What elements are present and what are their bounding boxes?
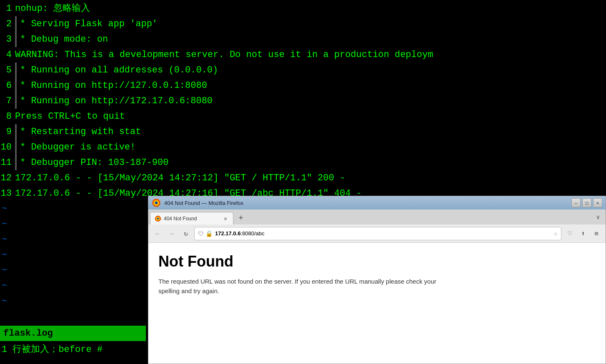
line-text: WARNING: This is a development server. D…	[15, 47, 606, 62]
shield-icon: 🛡	[198, 230, 204, 237]
terminal-line: 3* Debug mode: on	[0, 32, 606, 47]
tilde-char: ~	[2, 232, 7, 247]
tilde-char: ~	[2, 247, 7, 263]
line-number: 5	[0, 62, 12, 78]
terminal-line: 6* Running on http://127.0.0.1:8080	[0, 78, 606, 93]
titlebar-left: 404 Not Found — Mozilla Firefox	[152, 198, 243, 207]
firefox-tabbar: 404 Not Found × + ∨	[148, 209, 606, 224]
page-body-text: The requested URL was not found on the s…	[158, 277, 450, 296]
line-bar	[15, 62, 17, 78]
line-number: 7	[0, 93, 12, 109]
menu-button[interactable]: ≡	[591, 228, 602, 239]
terminal-line: 1nohup: 忽略输入	[0, 1, 606, 16]
firefox-title-text: 404 Not Found — Mozilla Firefox	[164, 200, 243, 206]
firefox-logo-icon	[152, 198, 161, 207]
line-text: * Debugger is active!	[20, 140, 606, 155]
line-text: nohup: 忽略输入	[15, 1, 606, 16]
window-close-button[interactable]: ✕	[593, 198, 602, 207]
svg-point-2	[155, 202, 158, 204]
terminal-line: 8Press CTRL+C to quit	[0, 109, 606, 124]
line-number: 1	[0, 1, 12, 16]
line-text: * Debug mode: on	[20, 32, 606, 47]
forward-button[interactable]: →	[166, 228, 178, 239]
url-bar[interactable]: 🛡 🔒 172.17.0.6:8080/abc ☆	[194, 227, 561, 240]
lock-icon: 🔒	[205, 230, 213, 237]
line-bar	[15, 140, 17, 155]
tilde-char: ~	[2, 278, 7, 294]
terminal-line: 9* Restarting with stat	[0, 124, 606, 140]
line-number: 11	[0, 155, 12, 170]
line-text: * Restarting with stat	[20, 124, 606, 140]
terminal-line: 5* Running on all addresses (0.0.0.0)	[0, 62, 606, 78]
firefox-window: 404 Not Found — Mozilla Firefox — □ ✕ 40…	[148, 196, 606, 364]
browser-tab[interactable]: 404 Not Found ×	[150, 212, 233, 224]
firefox-titlebar: 404 Not Found — Mozilla Firefox — □ ✕	[148, 196, 606, 209]
page-content: Not Found The requested URL was not foun…	[148, 243, 606, 364]
terminal-line: 4WARNING: This is a development server. …	[0, 47, 606, 62]
line-text: * Running on http://127.0.0.1:8080	[20, 78, 606, 93]
line-bar	[15, 32, 17, 47]
svg-point-5	[157, 217, 159, 219]
cmd-line-text: 1 行被加入；before #	[2, 343, 103, 355]
line-text: * Running on http://172.17.0.6:8080	[20, 93, 606, 109]
terminal-line: 10* Debugger is active!	[0, 140, 606, 155]
line-bar	[15, 93, 17, 109]
vim-status-bar: flask.log	[0, 326, 146, 341]
reload-button[interactable]: ↻	[180, 228, 192, 239]
line-text: * Debugger PIN: 103-187-900	[20, 155, 606, 170]
page-heading: Not Found	[158, 253, 596, 270]
terminal-line: 11* Debugger PIN: 103-187-900	[0, 155, 606, 170]
line-number: 12	[0, 170, 12, 186]
vim-cmd-line: 1 行被加入；before #	[0, 341, 146, 357]
line-text: * Serving Flask app 'app'	[20, 16, 606, 32]
urlbar-security-icons: 🛡 🔒	[198, 230, 213, 237]
url-port-path: :8080/abc	[240, 230, 264, 237]
url-text: 172.17.0.6:8080/abc	[215, 230, 549, 237]
tab-close-button[interactable]: ×	[222, 215, 229, 222]
line-number: 10	[0, 140, 12, 155]
tilde-char: ~	[2, 263, 7, 278]
line-number: 6	[0, 78, 12, 93]
tab-favicon-icon	[155, 215, 161, 222]
url-domain: 172.17.0.6	[215, 230, 240, 237]
tilde-char: ~	[2, 217, 7, 232]
new-tab-button[interactable]: +	[235, 211, 247, 223]
line-number: 13	[0, 186, 12, 201]
tab-expand-button[interactable]: ∨	[592, 211, 604, 223]
tilde-char: ~	[2, 201, 7, 217]
pocket-icon[interactable]: ♡	[564, 228, 576, 239]
line-number: 3	[0, 32, 12, 47]
status-bar-text: flask.log	[3, 328, 53, 339]
window-minimize-button[interactable]: —	[571, 198, 581, 207]
terminal-line: 7* Running on http://172.17.0.6:8080	[0, 93, 606, 109]
line-text: 172.17.0.6 - - [15/May/2024 14:27:12] "G…	[15, 170, 606, 186]
line-bar	[15, 124, 17, 140]
line-text: * Running on all addresses (0.0.0.0)	[20, 62, 606, 78]
line-number: 4	[0, 47, 12, 62]
firefox-navbar: ← → ↻ 🛡 🔒 172.17.0.6:8080/abc ☆ ♡ ⬆ ≡	[148, 224, 606, 243]
terminal-line: 12172.17.0.6 - - [15/May/2024 14:27:12] …	[0, 170, 606, 186]
share-icon[interactable]: ⬆	[577, 228, 589, 239]
tab-label: 404 Not Found	[164, 216, 220, 222]
line-text: Press CTRL+C to quit	[15, 109, 606, 124]
line-number: 8	[0, 109, 12, 124]
window-controls: — □ ✕	[571, 198, 602, 207]
terminal-line: 2* Serving Flask app 'app'	[0, 16, 606, 32]
line-number: 9	[0, 124, 12, 140]
line-bar	[15, 16, 17, 32]
line-bar	[15, 78, 17, 93]
toolbar-icons: ♡ ⬆ ≡	[564, 228, 602, 239]
bookmark-star-icon[interactable]: ☆	[553, 229, 558, 237]
line-bar	[15, 155, 17, 170]
line-number: 2	[0, 16, 12, 32]
tilde-char: ~	[2, 294, 7, 309]
back-button[interactable]: ←	[152, 228, 163, 239]
window-maximize-button[interactable]: □	[582, 198, 591, 207]
